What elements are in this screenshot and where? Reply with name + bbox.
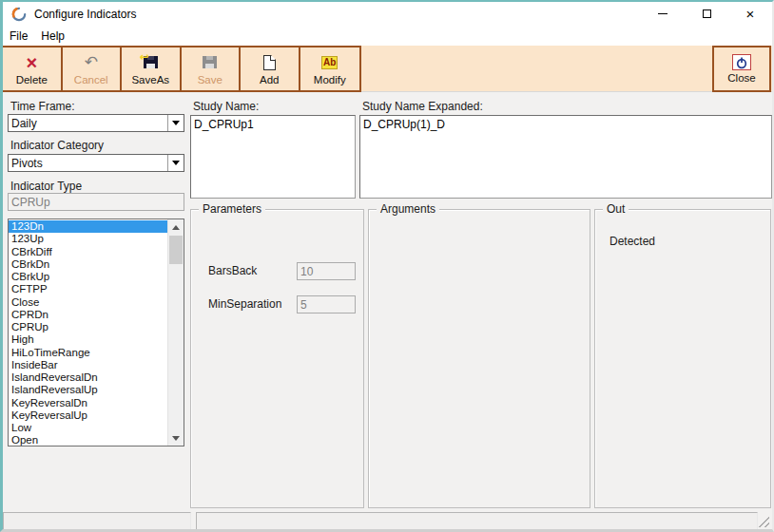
modify-button[interactable]: Ab Modify xyxy=(300,48,360,90)
close-window-button[interactable]: × xyxy=(728,2,772,26)
list-item[interactable]: KeyReversalUp xyxy=(9,409,167,422)
arguments-group: Arguments xyxy=(368,209,590,508)
chevron-down-icon xyxy=(172,161,180,165)
main-area: Time Frame: Daily Indicator Category Piv… xyxy=(3,92,772,529)
indicator-listbox[interactable]: 123Dn 123Up CBrkDiff CBrkDn CBrkUp CFTPP… xyxy=(8,218,184,446)
list-item[interactable]: CFTPP xyxy=(9,283,167,295)
window-title: Configure Indicators xyxy=(34,8,136,21)
saveas-label: SaveAs xyxy=(131,74,169,86)
status-panel-right xyxy=(196,512,758,531)
indicator-category-dropdown-button[interactable] xyxy=(167,155,184,171)
list-item[interactable]: High xyxy=(9,333,167,346)
new-page-icon xyxy=(263,55,276,70)
out-group-title: Out xyxy=(603,202,629,216)
out-group: Out Detected xyxy=(594,209,771,508)
barsback-field: 10 xyxy=(297,262,356,280)
chevron-down-icon xyxy=(172,121,180,125)
list-item[interactable]: IslandReversalDn xyxy=(9,371,167,384)
list-item[interactable]: CPRUp xyxy=(9,321,167,333)
list-item[interactable]: InsideBar xyxy=(9,359,167,371)
modify-label: Modify xyxy=(314,74,346,86)
delete-button[interactable]: × Delete xyxy=(3,48,63,90)
save-label: Save xyxy=(198,74,223,86)
minimize-icon xyxy=(658,13,668,14)
list-item[interactable]: Low xyxy=(9,422,167,434)
list-item[interactable]: CPRDn xyxy=(9,309,167,321)
menu-bar: File Help xyxy=(3,26,772,46)
toolbar: × Delete ↶ Cancel ↩ SaveAs xyxy=(3,46,772,92)
minseparation-label: MinSeparation xyxy=(208,295,281,314)
floppy-as-icon: ↩ xyxy=(144,56,158,68)
list-item[interactable]: CBrkUp xyxy=(9,271,167,283)
maximize-button[interactable] xyxy=(685,2,728,26)
time-frame-label: Time Frame: xyxy=(10,100,75,113)
list-item[interactable]: KeyReversalDn xyxy=(9,397,167,409)
study-name-label: Study Name: xyxy=(193,100,259,113)
indicator-list-items: 123Dn 123Up CBrkDiff CBrkDn CBrkUp CFTPP… xyxy=(9,219,167,446)
app-logo-icon xyxy=(11,7,27,22)
indicator-type-field: CPRUp xyxy=(8,193,184,211)
arguments-group-title: Arguments xyxy=(377,202,439,216)
study-name-expanded-field[interactable]: D_CPRUp(1)_D xyxy=(359,115,772,199)
maximize-icon xyxy=(703,10,711,18)
ab-text-icon: Ab xyxy=(321,56,338,69)
menu-help[interactable]: Help xyxy=(34,28,71,45)
barsback-label: BarsBack xyxy=(208,262,257,280)
resize-grip[interactable] xyxy=(757,515,769,527)
floppy-icon xyxy=(203,56,217,68)
list-scrollbar[interactable] xyxy=(167,219,184,446)
minseparation-field: 5 xyxy=(297,295,356,314)
indicator-type-label: Indicator Type xyxy=(10,180,82,193)
indicator-category-value: Pivots xyxy=(9,157,167,170)
out-detected-text: Detected xyxy=(610,235,655,248)
indicator-category-select[interactable]: Pivots xyxy=(8,154,184,172)
list-item[interactable]: Close xyxy=(9,296,167,309)
time-frame-select[interactable]: Daily xyxy=(8,114,184,132)
saveas-button[interactable]: ↩ SaveAs xyxy=(122,48,182,90)
close-button[interactable]: Close xyxy=(712,46,771,92)
study-name-expanded-label: Study Name Expanded: xyxy=(362,100,483,113)
cancel-button[interactable]: ↶ Cancel xyxy=(63,48,123,90)
parameters-group-title: Parameters xyxy=(199,202,265,216)
list-item[interactable]: IslandReversalUp xyxy=(9,384,167,396)
indicator-category-label: Indicator Category xyxy=(10,139,104,152)
minimize-button[interactable] xyxy=(641,2,685,26)
window-controls: × xyxy=(641,2,772,26)
delete-label: Delete xyxy=(16,74,48,86)
add-label: Add xyxy=(260,74,279,86)
save-button[interactable]: Save xyxy=(182,48,242,90)
scrollbar-thumb[interactable] xyxy=(169,236,183,264)
study-name-field[interactable]: D_CPRUp1 xyxy=(190,115,356,199)
power-icon xyxy=(732,54,751,70)
cancel-label: Cancel xyxy=(74,74,108,86)
configure-indicators-window: Configure Indicators × File Help × Delet… xyxy=(0,0,774,532)
undo-arrow-icon: ↶ xyxy=(85,54,98,70)
close-icon: × xyxy=(746,7,755,21)
time-frame-value: Daily xyxy=(9,117,167,130)
scroll-down-icon[interactable] xyxy=(168,430,184,446)
list-item[interactable]: HiLoTimeRange xyxy=(9,347,167,359)
scroll-up-icon[interactable] xyxy=(168,219,184,235)
list-item[interactable]: CBrkDiff xyxy=(9,246,167,258)
list-item[interactable]: CBrkDn xyxy=(9,258,167,271)
add-button[interactable]: Add xyxy=(241,48,300,90)
list-item[interactable]: Open xyxy=(9,434,167,446)
parameters-group: Parameters BarsBack 10 MinSeparation 5 xyxy=(190,209,364,508)
close-label: Close xyxy=(727,72,755,84)
menu-file[interactable]: File xyxy=(3,28,34,45)
time-frame-dropdown-button[interactable] xyxy=(167,115,184,131)
list-item[interactable]: 123Up xyxy=(9,233,167,245)
list-item[interactable]: 123Dn xyxy=(9,220,167,233)
delete-x-icon: × xyxy=(26,54,37,71)
title-bar: Configure Indicators × xyxy=(3,2,772,26)
status-panel-left xyxy=(3,512,191,531)
toolbar-button-group: × Delete ↶ Cancel ↩ SaveAs xyxy=(3,46,361,92)
